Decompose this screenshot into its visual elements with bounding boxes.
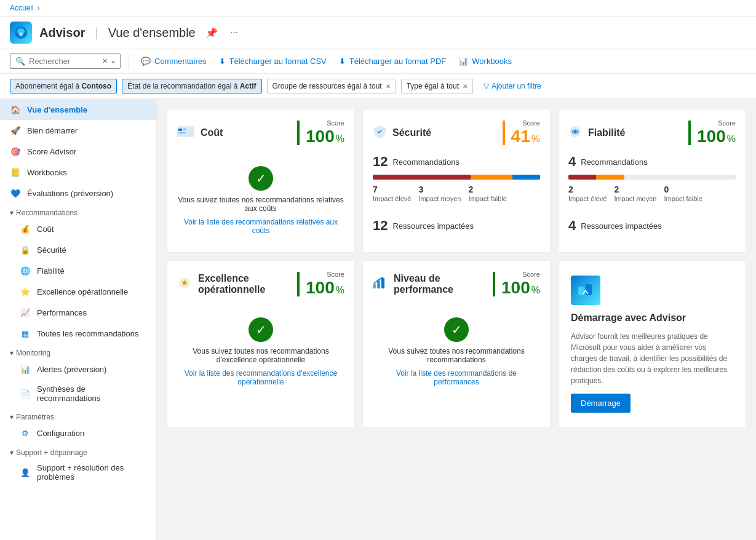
workbooks-button[interactable]: 📊 Workbooks — [453, 53, 517, 69]
securite-impact-low: 2 Impact faible — [468, 185, 506, 202]
sidebar-item-score-advisor[interactable]: 🎯 Score Advisor — [0, 141, 156, 162]
collapse-icon[interactable]: « — [111, 58, 115, 65]
csv-button[interactable]: ⬇ Télécharger au format CSV — [214, 53, 332, 69]
svg-point-8 — [574, 130, 576, 133]
filter-group-close[interactable]: ✕ — [386, 83, 391, 90]
card-fiabilite: Fiabilité Score 100 % — [558, 109, 746, 253]
sidebar-item-syntheses[interactable]: 📄 Synthèses de recommandations — [0, 379, 156, 408]
securite-resources-label: Ressources impactées — [392, 221, 474, 231]
securite-card-icon — [373, 125, 386, 141]
performance-score-value: 100 — [501, 278, 530, 298]
download-pdf-icon: ⬇ — [339, 57, 346, 66]
filter-group: Groupe de ressources égal à tout ✕ — [267, 79, 396, 93]
commentaires-button[interactable]: 💬 Commentaires — [136, 53, 212, 69]
demarrage-text: Advisor fournit les meilleures pratiques… — [571, 331, 733, 386]
card-performance: Niveau de performance Score 100 % — [362, 260, 551, 428]
cost-card-icon — [177, 125, 194, 141]
pin-button[interactable]: 📌 — [203, 25, 220, 41]
cout-title: Coût — [201, 127, 223, 138]
add-filter-button[interactable]: ▽ Ajouter un filtre — [478, 79, 547, 93]
svg-rect-10 — [373, 284, 376, 288]
filter-type: Type égal à tout ✕ — [401, 79, 473, 93]
svg-rect-12 — [381, 278, 384, 288]
sidebar-group-recommandations[interactable]: ▾ Recommandations — [0, 204, 156, 218]
all-recommendations-icon: ▦ — [20, 328, 31, 339]
securite-reco-label: Recommandations — [392, 157, 459, 167]
fiabilite-impact-bar — [568, 175, 736, 180]
cout-link[interactable]: Voir la liste des recommandations relati… — [177, 218, 344, 235]
rocket-icon: 🚀 — [10, 125, 21, 136]
sidebar-item-configuration[interactable]: ⚙ Configuration — [0, 423, 156, 443]
pdf-button[interactable]: ⬇ Télécharger au format PDF — [334, 53, 452, 69]
svg-rect-14 — [586, 284, 592, 295]
securite-bar-blue — [512, 175, 540, 180]
toolbar: 🔍 ✕ « 💬 Commentaires ⬇ Télécharger au fo… — [0, 49, 756, 74]
cout-text: Vous suivez toutes nos recommandations r… — [177, 196, 344, 213]
security-icon: 🔒 — [20, 244, 31, 255]
sidebar-group-parametres[interactable]: ▾ Paramètres — [0, 408, 156, 423]
fiabilite-reco-count: 4 — [568, 154, 576, 170]
close-icon[interactable]: ✕ — [102, 57, 108, 65]
cout-content: ✓ Vous suivez toutes nos recommandations… — [177, 154, 344, 242]
securite-reco-count: 12 — [373, 154, 388, 170]
svg-rect-5 — [183, 129, 186, 130]
config-icon: ⚙ — [20, 427, 31, 439]
sidebar-item-support[interactable]: 👤 Support + résolution des problèmes — [0, 458, 156, 486]
excellence-score-bar — [297, 272, 300, 296]
fiabilite-reco-section: 4 Recommandations 2 Impact élevé — [568, 154, 736, 234]
chevron-down-icon: ▾ — [10, 208, 14, 217]
sidebar-item-evaluations[interactable]: 💙 Évaluations (préversion) — [0, 183, 156, 204]
sidebar-item-alertes[interactable]: 📊 Alertes (préversion) — [0, 359, 156, 379]
sidebar-item-fiabilite[interactable]: 🌐 Fiabilité — [0, 260, 156, 281]
more-button[interactable]: ··· — [228, 25, 241, 41]
sidebar-item-vue-ensemble[interactable]: 🏠 Vue d'ensemble — [0, 99, 156, 120]
main-layout: 🏠 Vue d'ensemble 🚀 Bien démarrer 🎯 Score… — [0, 99, 756, 540]
excellence-card-icon — [177, 276, 192, 293]
search-input[interactable] — [29, 57, 98, 66]
filter-icon: ▽ — [483, 82, 489, 90]
header-divider: | — [95, 26, 98, 40]
filter-type-close[interactable]: ✕ — [463, 83, 468, 90]
filter-bar: Abonnement égal à Contoso État de la rec… — [0, 74, 756, 99]
score-icon: 🎯 — [10, 146, 21, 157]
performance-icon: 📈 — [20, 307, 31, 318]
performance-text: Vous suivez toutes nos recommandations r… — [373, 347, 540, 364]
breadcrumb-home[interactable]: Accueil — [10, 4, 34, 12]
securite-impact-bar — [373, 175, 540, 180]
workbooks-icon: 📊 — [458, 57, 468, 66]
fiabilite-card-icon — [568, 125, 582, 141]
sidebar-item-toutes-recommandations[interactable]: ▦ Toutes les recommandations — [0, 323, 156, 344]
securite-score-value: 41 — [511, 127, 530, 146]
securite-score-pct: % — [531, 133, 540, 145]
securite-impact-high: 7 Impact élevé — [373, 185, 411, 202]
home-icon: 🏠 — [10, 104, 21, 115]
sidebar-group-support[interactable]: ▾ Support + dépannage — [0, 443, 156, 458]
securite-impact-counts: 7 Impact élevé 3 Impact moyen 2 Impact f… — [373, 185, 540, 202]
excellence-check-icon: ✓ — [249, 317, 273, 342]
search-icon: 🔍 — [15, 57, 25, 66]
excellence-title-2: opérationnelle — [198, 284, 265, 295]
fiabilite-title: Fiabilité — [588, 127, 625, 138]
excellence-score-pct: % — [336, 285, 344, 296]
performance-link[interactable]: Voir la liste des recommandations de per… — [373, 369, 540, 386]
fiabilite-resources-num: 4 — [568, 218, 576, 234]
fiabilite-impact-high: 2 Impact élevé — [568, 185, 607, 202]
sidebar-item-performances[interactable]: 📈 Performances — [0, 302, 156, 323]
page-title: Vue d'ensemble — [108, 26, 196, 40]
sidebar-item-workbooks[interactable]: 📒 Workbooks — [0, 162, 156, 183]
breadcrumb: Accueil › — [0, 0, 756, 17]
demarrage-button[interactable]: Démarrage — [571, 394, 631, 413]
fiabilite-bar-empty — [624, 175, 736, 180]
card-excellence: Excellence opérationnelle Score 100 % — [167, 260, 355, 428]
fiabilite-impact-counts: 2 Impact élevé 2 Impact moyen 0 Impact f… — [568, 185, 736, 202]
sidebar-item-cout[interactable]: 💰 Coût — [0, 218, 156, 239]
demarrage-title: Démarrage avec Advisor — [571, 312, 733, 324]
sidebar-item-bien-demarrer[interactable]: 🚀 Bien démarrer — [0, 120, 156, 141]
excellence-link[interactable]: Voir la liste des recommandations d'exce… — [177, 369, 344, 386]
cout-check-icon: ✓ — [249, 166, 273, 191]
sidebar-item-securite[interactable]: 🔒 Sécurité — [0, 239, 156, 260]
app-name: Advisor — [39, 26, 85, 40]
sidebar-item-excellence[interactable]: ⭐ Excellence opérationnelle — [0, 281, 156, 302]
sidebar-group-monitoring[interactable]: ▾ Monitoring — [0, 344, 156, 359]
search-box[interactable]: 🔍 ✕ « — [10, 54, 121, 69]
